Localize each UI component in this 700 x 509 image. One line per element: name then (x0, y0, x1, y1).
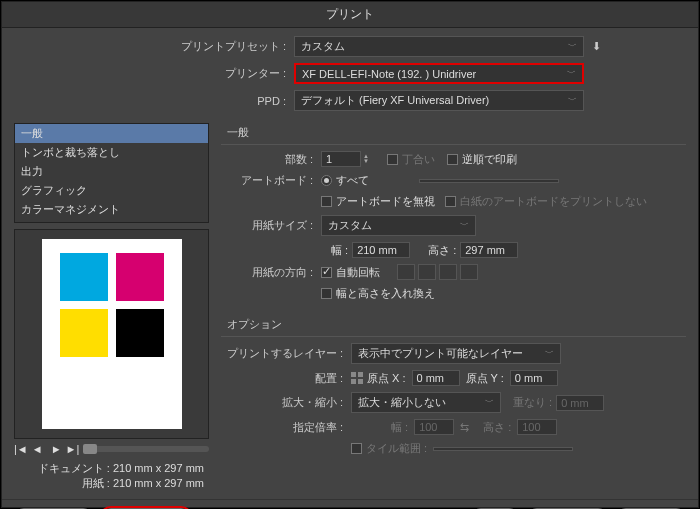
reverse-label: 逆順で印刷 (462, 152, 517, 167)
height-label: 高さ : (428, 243, 456, 258)
height-input[interactable]: 297 mm (460, 242, 518, 258)
preset-select[interactable]: カスタム﹀ (294, 36, 584, 57)
chevron-down-icon: ﹀ (485, 396, 494, 409)
category-item[interactable]: 出力 (15, 162, 208, 181)
preset-label: プリントプリセット : (14, 39, 294, 54)
general-title: 一般 (227, 125, 686, 140)
ratio-h-label: 高さ : (483, 420, 511, 435)
dialog-footer: 用紙設定... プリンター... 完了 キャンセル プリント (2, 499, 698, 509)
artboard-all-label: すべて (336, 173, 369, 188)
swatch-black (116, 309, 164, 357)
media-size-value: 210 mm x 297 mm (113, 477, 204, 489)
chevron-down-icon: ﹀ (567, 67, 576, 80)
preview-info: ドキュメント : 210 mm x 297 mm 用紙 : 210 mm x 2… (14, 461, 209, 491)
save-preset-icon[interactable]: ⬇ (592, 40, 601, 53)
artboard-range-input[interactable] (419, 179, 559, 183)
general-panel: 部数 : 1 ▲▼ 丁合い 逆順で印刷 アートボード : すべて アートボードを… (221, 144, 686, 315)
ratio-w-label: 幅 : (391, 420, 408, 435)
chevron-down-icon: ﹀ (460, 219, 469, 232)
swatch-yellow (60, 309, 108, 357)
reverse-checkbox[interactable] (447, 154, 458, 165)
ignore-artboard-label: アートボードを無視 (336, 194, 435, 209)
orient-landscape-icon[interactable] (418, 264, 436, 280)
doc-size-label: ドキュメント : (30, 461, 110, 476)
artboard-label: アートボード : (221, 173, 321, 188)
ppd-label: PPD : (14, 95, 294, 107)
anchor-grid-icon[interactable] (351, 372, 363, 384)
origin-x-input[interactable]: 0 mm (412, 370, 460, 386)
swatch-magenta (116, 253, 164, 301)
ratio-w-input: 100 (414, 419, 454, 435)
overlap-input: 0 mm (556, 395, 604, 411)
ratio-h-input: 100 (517, 419, 557, 435)
skip-blank-checkbox (445, 196, 456, 207)
collate-label: 丁合い (402, 152, 435, 167)
overlap-label: 重なり : (513, 395, 552, 410)
orientation-label: 用紙の方向 : (221, 265, 321, 280)
header-settings: プリントプリセット : カスタム﹀ ⬇ プリンター : XF DELL-EFI-… (2, 28, 698, 123)
collate-checkbox[interactable] (387, 154, 398, 165)
width-label: 幅 : (331, 243, 348, 258)
left-column: 一般 トンボと裁ち落とし 出力 グラフィック カラーマネジメント … |◄ ◄ (14, 123, 209, 491)
swatch-cyan (60, 253, 108, 301)
swap-wh-label: 幅と高さを入れ換え (336, 286, 435, 301)
ppd-select[interactable]: デフォルト (Fiery XF Universal Driver)﹀ (294, 90, 584, 111)
mediasize-label: 用紙サイズ : (221, 218, 321, 233)
orient-portrait-rev-icon[interactable] (439, 264, 457, 280)
tile-range-checkbox (351, 443, 362, 454)
printer-select[interactable]: XF DELL-EFI-Note (192. ) Unidriver﹀ (294, 63, 584, 84)
options-title: オプション (227, 317, 686, 332)
doc-size-value: 210 mm x 297 mm (113, 462, 204, 474)
printer-label: プリンター : (14, 66, 294, 81)
artboard-all-radio[interactable] (321, 175, 332, 186)
chevron-down-icon: ﹀ (568, 94, 577, 107)
copies-stepper[interactable]: ▲▼ (363, 154, 369, 164)
auto-rotate-checkbox[interactable] (321, 267, 332, 278)
chevron-down-icon: ﹀ (568, 40, 577, 53)
skip-blank-label: 白紙のアートボードをプリントしない (460, 194, 647, 209)
nav-prev-icon[interactable]: ◄ (32, 443, 43, 455)
category-item[interactable]: カラーマネジメント (15, 200, 208, 219)
printer-value: XF DELL-EFI-Note (192. ) Unidriver (302, 68, 476, 80)
slider-thumb[interactable] (83, 444, 97, 454)
options-panel: プリントするレイヤー : 表示中でプリント可能なレイヤー﹀ 配置 : 原点 X … (221, 336, 686, 470)
preset-value: カスタム (301, 39, 345, 54)
width-input[interactable]: 210 mm (352, 242, 410, 258)
layers-label: プリントするレイヤー : (221, 346, 351, 361)
nav-last-icon[interactable]: ►| (66, 443, 80, 455)
category-list[interactable]: 一般 トンボと裁ち落とし 出力 グラフィック カラーマネジメント … (14, 123, 209, 223)
tile-range-label: タイル範囲 : (366, 441, 427, 456)
preview-slider[interactable] (83, 446, 209, 452)
right-column: 一般 部数 : 1 ▲▼ 丁合い 逆順で印刷 アートボード : すべて (221, 123, 686, 491)
origin-y-input[interactable]: 0 mm (510, 370, 558, 386)
media-size-label: 用紙 : (30, 476, 110, 491)
ignore-artboard-checkbox[interactable] (321, 196, 332, 207)
dialog-title: プリント (2, 2, 698, 28)
category-item[interactable]: グラフィック (15, 181, 208, 200)
origin-y-label: 原点 Y : (466, 371, 504, 386)
category-item[interactable]: 一般 (15, 124, 208, 143)
preview-page (42, 239, 182, 429)
category-item[interactable]: … (15, 219, 208, 223)
scale-select[interactable]: 拡大・縮小しない﹀ (351, 392, 501, 413)
orient-landscape-rev-icon[interactable] (460, 264, 478, 280)
auto-rotate-label: 自動回転 (336, 265, 380, 280)
ratio-label: 指定倍率 : (221, 420, 351, 435)
swap-wh-checkbox[interactable] (321, 288, 332, 299)
mediasize-select[interactable]: カスタム﹀ (321, 215, 476, 236)
nav-first-icon[interactable]: |◄ (14, 443, 28, 455)
ppd-value: デフォルト (Fiery XF Universal Driver) (301, 93, 489, 108)
nav-next-icon[interactable]: ► (51, 443, 62, 455)
copies-input[interactable]: 1 (321, 151, 361, 167)
category-item[interactable]: トンボと裁ち落とし (15, 143, 208, 162)
preview-pane (14, 229, 209, 439)
copies-label: 部数 : (221, 152, 321, 167)
chevron-down-icon: ﹀ (545, 347, 554, 360)
placement-label: 配置 : (221, 371, 351, 386)
orient-portrait-icon[interactable] (397, 264, 415, 280)
origin-x-label: 原点 X : (367, 371, 406, 386)
layers-select[interactable]: 表示中でプリント可能なレイヤー﹀ (351, 343, 561, 364)
preview-nav: |◄ ◄ ► ►| (14, 443, 209, 455)
print-dialog: プリント プリントプリセット : カスタム﹀ ⬇ プリンター : XF DELL… (1, 1, 699, 508)
link-icon[interactable]: ⇆ (460, 421, 469, 434)
